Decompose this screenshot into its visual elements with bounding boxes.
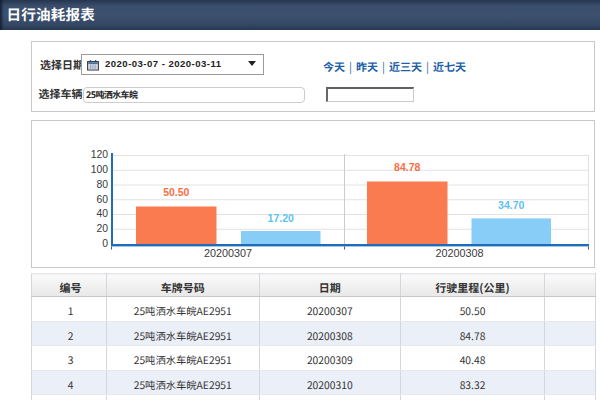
svg-text:120: 120 [91,149,109,160]
svg-text:100: 100 [91,164,109,175]
svg-text:20: 20 [96,223,108,234]
svg-text:34.70: 34.70 [498,199,524,211]
svg-text:60: 60 [96,194,108,205]
svg-text:17.20: 17.20 [268,212,294,224]
svg-text:20200307: 20200307 [204,247,252,259]
svg-text:80: 80 [96,179,108,190]
svg-text:20200308: 20200308 [435,247,483,259]
svg-text:84.78: 84.78 [394,161,420,173]
svg-text:40: 40 [96,208,108,219]
svg-text:0: 0 [102,238,108,249]
svg-text:50.50: 50.50 [163,186,189,198]
